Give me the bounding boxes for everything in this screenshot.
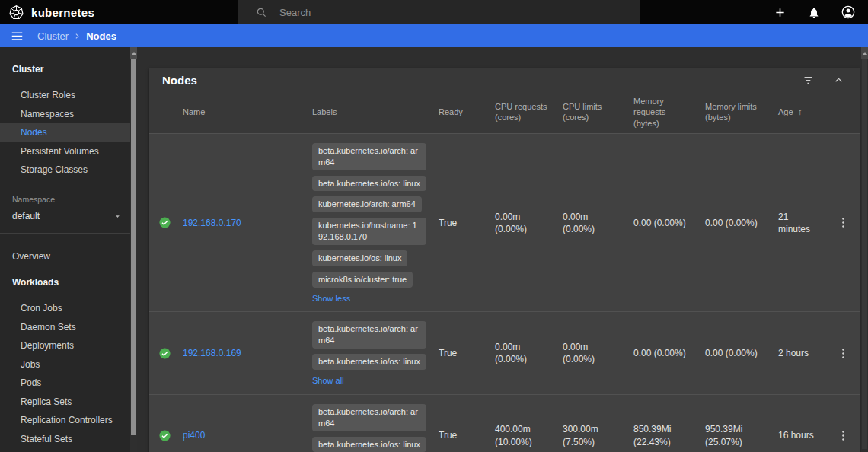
node-age-cell: 21 minutes: [772, 208, 827, 238]
sidebar-item-nodes[interactable]: Nodes: [0, 123, 137, 142]
label-chip: kubernetes.io/hostname: 192.168.0.170: [312, 218, 426, 245]
plus-icon: [773, 5, 787, 20]
sidebar-item-cluster-roles[interactable]: Cluster Roles: [0, 86, 137, 105]
column-name[interactable]: Name: [180, 91, 306, 133]
spacer: [0, 78, 137, 86]
node-name-link[interactable]: 192.168.0.170: [183, 218, 241, 228]
column-status: [149, 91, 180, 133]
node-cpu-requests-cell: 0.00m (0.00%): [489, 338, 557, 368]
column-ready: Ready: [432, 91, 489, 133]
menu-toggle-button[interactable]: [10, 29, 24, 43]
row-menu-button[interactable]: [837, 347, 850, 360]
divider: [0, 186, 137, 186]
spacer: [0, 266, 137, 273]
account-button[interactable]: [841, 5, 856, 20]
column-cpu-limits: CPU limits (cores): [557, 91, 627, 133]
column-cpu-requests: CPU requests (cores): [489, 91, 557, 133]
kebab-menu-icon: [837, 216, 850, 229]
sidebar-item-replica-sets[interactable]: Replica Sets: [0, 393, 137, 412]
sidebar-item-jobs[interactable]: Jobs: [0, 355, 137, 374]
row-menu-button[interactable]: [837, 429, 850, 442]
labels-toggle-link[interactable]: Show all: [312, 375, 344, 387]
sidebar-item-daemon-sets[interactable]: Daemon Sets: [0, 318, 137, 337]
kebab-menu-icon: [837, 347, 850, 360]
node-age-cell: 2 hours: [772, 344, 827, 362]
node-row-pi400: pi400 beta.kubernetes.io/arch: arm64 bet…: [149, 395, 860, 452]
create-button[interactable]: [773, 5, 787, 20]
node-labels-cell: beta.kubernetes.io/arch: arm64 beta.kube…: [306, 312, 432, 393]
sidebar-scrollbar-thumb[interactable]: [131, 59, 136, 435]
spacer: [0, 448, 137, 452]
node-name-cell: 192.168.0.169: [180, 344, 306, 362]
status-ok-icon: [158, 429, 171, 442]
sidebar-item-cron-jobs[interactable]: Cron Jobs: [0, 299, 137, 318]
node-memory-limits-cell: 0.00 (0.00%): [699, 214, 772, 232]
kubernetes-brand[interactable]: kubernetes: [0, 0, 238, 24]
node-name-link[interactable]: pi400: [183, 430, 205, 441]
node-status-cell: [149, 429, 180, 442]
node-name-link[interactable]: 192.168.0.169: [183, 348, 241, 358]
search-icon: [255, 6, 268, 19]
column-memory-limits: Memory limits (bytes): [699, 91, 772, 133]
label-chip: kubernetes.io/arch: arm64: [312, 196, 422, 212]
sidebar-item-replication-controllers[interactable]: Replication Controllers: [0, 411, 137, 430]
node-menu-cell: [827, 429, 860, 442]
top-app-bar: kubernetes: [0, 0, 868, 24]
node-labels-cell: beta.kubernetes.io/arch: arm64 beta.kube…: [306, 395, 432, 452]
section-header-cluster: Cluster: [0, 60, 137, 78]
divider: [0, 233, 137, 234]
sidebar-item-deployments[interactable]: Deployments: [0, 336, 137, 355]
scroll-up-button[interactable]: [130, 47, 137, 59]
column-labels: Labels: [306, 91, 432, 133]
node-cpu-limits-cell: 0.00m (0.00%): [557, 338, 627, 368]
search-input[interactable]: [279, 7, 640, 18]
chevron-up-icon: [832, 74, 845, 87]
node-memory-limits-cell: 950.39Mi (25.07%): [699, 420, 772, 450]
scroll-up-button[interactable]: [861, 47, 868, 59]
main-content: Nodes Name: [137, 47, 868, 452]
triangle-up-icon: [132, 52, 136, 55]
label-chip: beta.kubernetes.io/os: linux: [312, 437, 426, 452]
sidebar-item-stateful-sets[interactable]: Stateful Sets: [0, 430, 137, 449]
node-ready-cell: True: [432, 426, 489, 444]
nodes-card: Nodes Name: [149, 68, 860, 452]
sidebar-item-persistent-volumes[interactable]: Persistent Volumes: [0, 142, 137, 161]
node-name-cell: pi400: [180, 426, 306, 444]
hamburger-icon: [10, 29, 24, 43]
row-menu-button[interactable]: [837, 216, 850, 229]
sidebar-item-pods[interactable]: Pods: [0, 374, 137, 393]
column-age-label: Age: [778, 107, 793, 117]
sidebar-item-storage-classes[interactable]: Storage Classes: [0, 161, 137, 180]
main-scrollbar-thumb[interactable]: [862, 59, 867, 449]
node-status-cell: [149, 347, 180, 360]
breadcrumb-parent[interactable]: Cluster: [37, 30, 69, 42]
node-age-cell: 16 hours: [772, 426, 827, 444]
topbar-actions: [640, 0, 868, 24]
node-cpu-requests-cell: 400.00m (10.00%): [489, 420, 557, 450]
node-name-cell: 192.168.0.170: [180, 214, 306, 232]
filter-button[interactable]: [802, 74, 815, 87]
node-cpu-requests-cell: 0.00m (0.00%): [489, 208, 557, 238]
namespace-selected-value: default: [12, 211, 40, 221]
namespace-select[interactable]: default: [0, 206, 137, 227]
label-chip: beta.kubernetes.io/os: linux: [312, 354, 426, 370]
account-circle-icon: [841, 5, 856, 20]
namespace-label: Namespace: [0, 193, 137, 206]
sidebar-item-namespaces[interactable]: Namespaces: [0, 105, 137, 124]
node-cpu-limits-cell: 300.00m (7.50%): [557, 420, 627, 450]
spacer: [0, 240, 137, 247]
labels-toggle-link[interactable]: Show less: [312, 293, 350, 304]
column-age[interactable]: Age ↑: [772, 91, 827, 133]
status-ok-icon: [158, 347, 171, 360]
sidebar-item-overview[interactable]: Overview: [0, 247, 137, 266]
node-memory-requests-cell: 850.39Mi (22.43%): [627, 420, 699, 450]
collapse-card-button[interactable]: [832, 74, 845, 87]
node-ready-cell: True: [432, 344, 489, 362]
notifications-button[interactable]: [807, 5, 821, 19]
breadcrumb-bar: Cluster Nodes: [0, 24, 868, 47]
label-chip: beta.kubernetes.io/os: linux: [312, 176, 426, 192]
node-row-192-168-0-169: 192.168.0.169 beta.kubernetes.io/arch: a…: [149, 312, 860, 394]
node-menu-cell: [827, 347, 860, 360]
nodes-card-header: Nodes: [149, 68, 860, 91]
kubernetes-logo-icon: [8, 5, 24, 21]
